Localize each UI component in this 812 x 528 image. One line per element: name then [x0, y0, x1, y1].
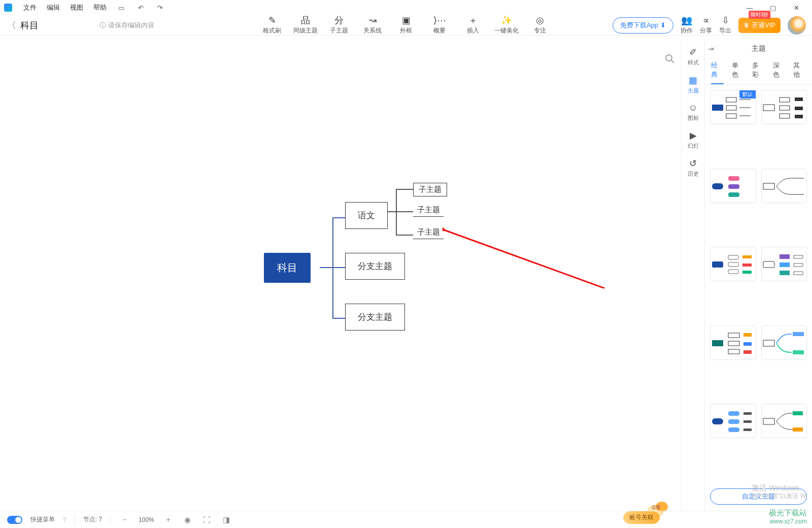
- windows-activate-watermark: 激活 Windows 转到"设置"以激活 W: [752, 483, 806, 501]
- right-vertical-tabs: ✐样式 ▦主题 ☺图标 ▶幻灯 ↺历史: [682, 40, 705, 511]
- theme-thumb[interactable]: [761, 90, 807, 124]
- back-icon[interactable]: 〈: [7, 19, 16, 31]
- theme-thumb[interactable]: [710, 169, 756, 203]
- menu-file[interactable]: 文件: [18, 3, 42, 12]
- crown-icon: ♛: [743, 21, 750, 29]
- canvas[interactable]: 科目 语文 分支主题 分支主题 子主题 子主题 子主题: [0, 40, 680, 511]
- tool-collaborate[interactable]: 👥协作: [681, 14, 693, 36]
- svg-rect-55: [763, 340, 774, 346]
- save-tip-text: 请保存编辑内容: [108, 21, 154, 30]
- theme-grid: 默认: [705, 85, 812, 482]
- default-badge: 默认: [739, 90, 756, 98]
- mindmap-sub-node[interactable]: 子主题: [413, 227, 444, 239]
- svg-rect-30: [728, 192, 739, 197]
- tool-format-painter[interactable]: ✎格式刷: [259, 14, 285, 36]
- svg-rect-47: [794, 272, 803, 275]
- beautify-icon: ✨: [500, 15, 513, 25]
- svg-rect-28: [728, 176, 739, 181]
- tool-sub-topic[interactable]: 分子主题: [326, 14, 352, 36]
- theme-thumb[interactable]: [710, 404, 756, 438]
- right-titlebar: ⇥ 主题: [705, 40, 812, 58]
- download-app-button[interactable]: 免费下载App ⬇: [613, 17, 673, 34]
- canvas-search-icon[interactable]: [665, 54, 675, 65]
- document-title: 科目: [20, 19, 39, 31]
- export-icon: ⇩: [719, 15, 731, 25]
- user-avatar[interactable]: [788, 16, 806, 35]
- summary-icon: ⟩⋯: [433, 15, 446, 25]
- menu-view[interactable]: 视图: [65, 3, 88, 12]
- svg-rect-21: [780, 97, 790, 102]
- mindmap-branch-node[interactable]: 分支主题: [345, 304, 405, 331]
- menu-help[interactable]: 帮助: [88, 3, 112, 12]
- svg-rect-13: [712, 105, 723, 111]
- fullscreen-icon[interactable]: ⛶: [201, 515, 213, 524]
- tool-beautify[interactable]: ✨一键美化: [493, 14, 520, 36]
- main-toolbar: ✎格式刷 品同级主题 分子主题 ↝关系线 ▣外框 ⟩⋯概要 ＋插入 ✨一键美化 …: [259, 14, 553, 36]
- header-right-cluster: 免费下载App ⬇ 👥协作 ∝分享 ⇩导出 限时3折 ♛开通VIP: [613, 14, 806, 36]
- theme-thumb[interactable]: [761, 325, 807, 360]
- svg-rect-40: [742, 271, 752, 274]
- save-icon[interactable]: ▭: [115, 1, 128, 14]
- svg-rect-42: [780, 254, 790, 259]
- redo-icon[interactable]: ↷: [153, 1, 166, 14]
- status-bar: 快捷菜单 ? 节点: 7 － 100% ＋ ◉ ⛶ ◨: [0, 511, 812, 528]
- svg-rect-67: [793, 427, 803, 432]
- vtab-history[interactable]: ↺历史: [682, 154, 704, 182]
- svg-rect-57: [793, 350, 804, 354]
- svg-rect-65: [763, 418, 774, 424]
- svg-rect-34: [712, 261, 723, 268]
- vip-button[interactable]: 限时3折 ♛开通VIP: [738, 18, 781, 33]
- undo-icon[interactable]: ↶: [134, 1, 147, 14]
- styletab-dark[interactable]: 深色: [773, 61, 786, 84]
- tool-export[interactable]: ⇩导出: [719, 14, 731, 36]
- mindmap-root-node[interactable]: 科目: [264, 253, 311, 283]
- share-icon: ∝: [700, 15, 712, 25]
- svg-rect-56: [793, 332, 804, 336]
- quickmenu-label: 快捷菜单: [30, 515, 55, 524]
- close-button[interactable]: ✕: [785, 0, 808, 15]
- tool-insert[interactable]: ＋插入: [460, 14, 486, 36]
- tool-sibling-topic[interactable]: 品同级主题: [292, 14, 319, 36]
- svg-rect-26: [795, 115, 803, 118]
- mindmap-sub-node[interactable]: 子主题: [413, 183, 447, 196]
- svg-rect-60: [728, 419, 739, 424]
- theme-thumb[interactable]: [761, 247, 807, 281]
- svg-line-10: [671, 60, 674, 63]
- insert-icon: ＋: [467, 15, 479, 25]
- svg-rect-15: [726, 106, 736, 110]
- styletab-other[interactable]: 其他: [793, 61, 806, 84]
- zoom-in-button[interactable]: ＋: [162, 515, 174, 524]
- vtab-slide[interactable]: ▶幻灯: [682, 126, 704, 154]
- styletab-mono[interactable]: 单色: [732, 61, 745, 84]
- tool-share[interactable]: ∝分享: [700, 14, 712, 36]
- mindmap-branch-node[interactable]: 语文: [345, 202, 388, 229]
- menu-edit[interactable]: 编辑: [42, 3, 65, 12]
- theme-thumb[interactable]: [710, 325, 756, 360]
- styletab-classic[interactable]: 经典: [711, 61, 724, 84]
- locate-icon[interactable]: ◉: [182, 515, 193, 524]
- zoom-out-button[interactable]: －: [119, 515, 130, 524]
- theme-thumb[interactable]: 默认: [710, 90, 756, 124]
- styletab-colorful[interactable]: 多彩: [752, 61, 765, 84]
- svg-rect-53: [743, 342, 752, 346]
- right-panel: ✐样式 ▦主题 ☺图标 ▶幻灯 ↺历史 ⇥ 主题 经典 单色 多彩 深色 其他 …: [681, 40, 812, 511]
- svg-rect-45: [794, 255, 803, 258]
- theme-thumb[interactable]: [710, 247, 756, 281]
- mindmap-branch-node[interactable]: 分支主题: [345, 253, 405, 280]
- tool-summary[interactable]: ⟩⋯概要: [426, 14, 453, 36]
- theme-thumb[interactable]: [761, 169, 807, 203]
- hide-icon[interactable]: ◨: [221, 515, 232, 524]
- vtab-style[interactable]: ✐样式: [682, 43, 704, 71]
- vtab-icon[interactable]: ☺图标: [682, 98, 704, 126]
- quickmenu-toggle[interactable]: [7, 516, 22, 524]
- tool-boundary[interactable]: ▣外框: [393, 14, 419, 36]
- svg-rect-43: [780, 262, 790, 267]
- quickmenu-help-icon[interactable]: ?: [63, 516, 66, 523]
- tool-relationship[interactable]: ↝关系线: [359, 14, 386, 36]
- mindmap-sub-node[interactable]: 子主题: [413, 205, 444, 217]
- save-tip: ⓘ 请保存编辑内容: [99, 21, 154, 30]
- tool-focus[interactable]: ◎专注: [527, 14, 553, 36]
- theme-thumb[interactable]: [761, 404, 807, 438]
- collapse-panel-icon[interactable]: ⇥: [708, 45, 714, 53]
- vtab-theme[interactable]: ▦主题: [682, 71, 704, 98]
